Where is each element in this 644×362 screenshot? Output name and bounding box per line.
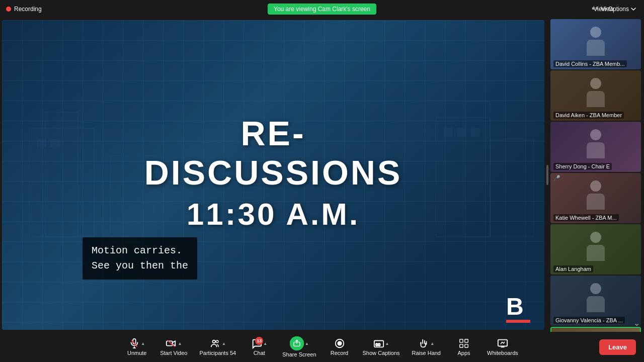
chevron-icon: ▲: [385, 341, 389, 346]
whiteboards-button[interactable]: Whiteboards: [483, 336, 522, 358]
unmute-label: Unmute: [127, 350, 147, 356]
show-captions-button[interactable]: CC ▲ Show Captions: [359, 336, 404, 358]
svg-point-27: [338, 341, 341, 345]
chevron-down-icon: [631, 7, 636, 12]
whiteboards-label: Whiteboards: [487, 350, 518, 356]
presentation-title: RE-DISCUSSIONS 11:30 A.M.: [138, 114, 409, 232]
participant-tile[interactable]: Sherry Dong - Chair E: [550, 122, 641, 172]
bottom-toolbar: ▲ Unmute ▲ Start Video: [0, 332, 644, 362]
chevron-icon: ▲: [222, 341, 226, 346]
hand-icon: [418, 338, 429, 349]
svg-rect-1: [596, 8, 598, 10]
whiteboards-icon: [497, 338, 508, 349]
record-circle-icon: [334, 338, 345, 349]
svg-rect-15: [458, 129, 466, 137]
chevron-icon: ▲: [305, 341, 309, 346]
participant-tile[interactable]: David Aiken - ZBA Member: [550, 70, 641, 121]
participants-icon: [210, 338, 221, 349]
start-video-button[interactable]: ▲ Start Video: [156, 336, 191, 358]
arrow-up-icon: [293, 339, 301, 347]
chat-label: Chat: [254, 350, 265, 356]
svg-rect-12: [37, 139, 45, 147]
share-screen-icon: [290, 336, 304, 350]
presentation-area: RE-DISCUSSIONS 11:30 A.M. Motion carries…: [2, 20, 544, 330]
chat-icon: 13: [251, 338, 262, 349]
record-icon: [334, 338, 345, 349]
apps-label: Apps: [457, 350, 470, 356]
apps-icon: [458, 338, 469, 349]
view-icon: [592, 6, 599, 13]
recording-indicator: Recording: [6, 6, 42, 13]
svg-rect-7: [490, 139, 533, 237]
svg-rect-32: [465, 339, 468, 342]
svg-rect-14: [444, 129, 452, 137]
microphone-icon: [129, 338, 140, 349]
title-line2: 11:30 A.M.: [138, 196, 409, 232]
participant-name: Alan Langham: [553, 265, 593, 273]
chevron-icon: ▲: [263, 341, 267, 346]
participant-avatar: [551, 328, 640, 332]
participant-name: David Collins - ZBA Memb...: [553, 60, 627, 67]
svg-point-24: [216, 340, 218, 343]
watermark-bar: [506, 320, 530, 323]
mic-icon: [129, 338, 140, 349]
whiteboard-icon: [497, 338, 508, 349]
people-icon: [210, 338, 221, 349]
participants-button[interactable]: ▲ Participants 54: [195, 336, 240, 358]
svg-rect-34: [465, 344, 468, 347]
chat-button[interactable]: 13 ▲ Chat: [244, 336, 274, 358]
svg-rect-3: [45, 112, 78, 237]
video-camera-icon: [166, 338, 177, 349]
svg-rect-33: [460, 344, 463, 347]
scroll-down-button[interactable]: ⌄: [633, 318, 640, 328]
raise-hand-button[interactable]: ▲ Raise Hand: [408, 336, 445, 358]
leave-button[interactable]: Leave: [599, 339, 636, 355]
svg-rect-16: [471, 129, 479, 137]
svg-rect-6: [463, 102, 490, 237]
raise-hand-label: Raise Hand: [412, 350, 441, 356]
title-line1: RE-DISCUSSIONS: [138, 114, 409, 192]
chevron-icon: ▲: [178, 341, 182, 346]
unmute-button[interactable]: ▲ Unmute: [122, 336, 152, 358]
share-screen-label: Share Screen: [282, 351, 316, 357]
participant-tile[interactable]: Alan Langham: [550, 224, 641, 275]
divider-handle: [546, 165, 548, 185]
participants-label: Participants 54: [199, 350, 236, 356]
recording-dot: [6, 7, 11, 12]
participant-tile[interactable]: Giovanny Valencia - ZBA ...: [550, 276, 641, 326]
watermark-letter: B: [506, 295, 534, 319]
start-video-label: Start Video: [160, 350, 187, 356]
recording-label: Recording: [14, 6, 42, 13]
participant-tile[interactable]: Norm Stembridge - Secret...: [550, 327, 641, 332]
record-button[interactable]: Record: [325, 336, 355, 358]
participant-name: Sherry Dong - Chair E: [553, 163, 612, 170]
video-icon: [166, 338, 177, 349]
top-bar: Recording You are viewing Cam Clark's sc…: [0, 0, 644, 18]
panel-divider: [546, 18, 548, 332]
captions-label: Show Captions: [363, 350, 400, 356]
participant-name: David Aiken - ZBA Member: [553, 112, 624, 119]
participant-tile[interactable]: David Collins - ZBA Memb...: [550, 19, 641, 69]
main-area: RE-DISCUSSIONS 11:30 A.M. Motion carries…: [0, 18, 644, 332]
record-label: Record: [331, 350, 348, 356]
share-screen-button[interactable]: ▲ Share Screen: [278, 334, 320, 359]
captions-icon: CC: [373, 338, 384, 349]
watermark-b: B: [506, 295, 534, 323]
svg-rect-13: [51, 139, 59, 147]
grid-icon: [458, 338, 469, 349]
cc-icon: CC: [373, 338, 384, 349]
participant-tile[interactable]: 🎤 Katie Whewell - ZBA M...: [550, 173, 641, 223]
raise-hand-icon: [418, 338, 429, 349]
svg-point-23: [212, 340, 215, 343]
chevron-icon: ▲: [141, 341, 145, 346]
screen-share-banner: You are viewing Cam Clark's screen: [268, 4, 376, 15]
view-label: View: [592, 6, 614, 13]
svg-text:CC: CC: [375, 343, 380, 346]
svg-rect-31: [460, 339, 463, 342]
svg-rect-0: [592, 8, 595, 10]
participant-name: Katie Whewell - ZBA M...: [553, 214, 619, 221]
participant-name: Giovanny Valencia - ZBA ...: [553, 317, 625, 324]
caption-box: Motion carries.See you then the: [83, 237, 197, 280]
mic-off-icon: 🎤: [553, 175, 560, 182]
apps-button[interactable]: Apps: [449, 336, 479, 358]
